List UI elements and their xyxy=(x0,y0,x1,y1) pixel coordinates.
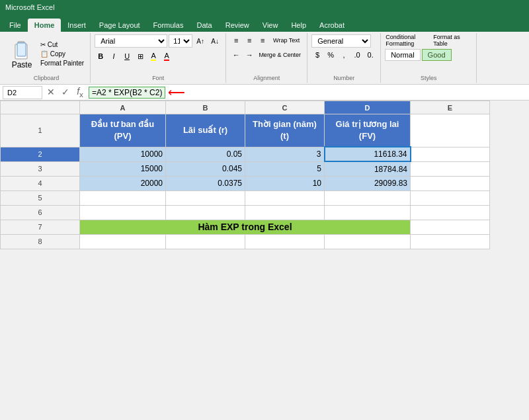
cell-C2[interactable]: 3 xyxy=(245,147,325,161)
tab-review[interactable]: Review xyxy=(219,19,256,32)
wrap-text-button[interactable]: Wrap Text xyxy=(270,34,303,46)
tab-help[interactable]: Help xyxy=(284,19,313,32)
cell-B3[interactable]: 0.045 xyxy=(166,161,245,176)
format-as-table-button[interactable]: Format as Table xyxy=(432,34,472,46)
font-size-select[interactable]: 11 xyxy=(169,34,192,48)
cell-C1[interactable]: Thời gian (năm) (t) xyxy=(245,114,325,147)
cell-D2[interactable]: 11618.34 xyxy=(325,147,411,161)
cell-B4[interactable]: 0.0375 xyxy=(166,176,245,190)
cell-A2[interactable]: 10000 xyxy=(80,147,166,161)
tab-home[interactable]: Home xyxy=(28,19,61,32)
insert-function-icon[interactable]: fx xyxy=(74,86,86,99)
col-header-C[interactable]: C xyxy=(245,101,325,114)
col-header-A[interactable]: A xyxy=(80,101,166,114)
cut-button[interactable]: ✂ Cut xyxy=(38,40,86,49)
cell-D6[interactable] xyxy=(325,205,411,220)
align-left-button[interactable]: ≡ xyxy=(230,34,242,46)
conditional-formatting-button[interactable]: Conditional Formatting xyxy=(385,34,431,46)
cell-A5[interactable] xyxy=(80,190,166,205)
underline-button[interactable]: U xyxy=(121,50,133,62)
cell-B1[interactable]: Lãi suất (r) xyxy=(166,114,245,147)
cell-C6[interactable] xyxy=(245,205,325,220)
cell-A8[interactable] xyxy=(80,234,166,249)
cell-A3[interactable]: 15000 xyxy=(80,161,166,176)
indent-increase-button[interactable]: → xyxy=(243,49,255,61)
comma-button[interactable]: , xyxy=(338,49,350,61)
increase-decimal-button[interactable]: .0 xyxy=(351,49,363,61)
clipboard-content: Paste ✂ Cut 📋 Copy Format Painter xyxy=(7,34,86,73)
merge-center-button[interactable]: Merge & Center xyxy=(257,49,303,61)
cell-E1[interactable] xyxy=(411,114,490,147)
cell-merged-A7-D7[interactable]: Hàm EXP trong Excel xyxy=(80,220,411,234)
paste-button[interactable]: Paste xyxy=(7,37,37,71)
cell-B2[interactable]: 0.05 xyxy=(166,147,245,161)
style-good[interactable]: Good xyxy=(422,49,452,61)
spreadsheet-container[interactable]: A B C D E 1 Đầu tư ban đầu (PV) Lãi suất… xyxy=(0,101,529,419)
cell-E7[interactable] xyxy=(411,220,490,234)
cell-E5[interactable] xyxy=(411,190,490,205)
cell-E8[interactable] xyxy=(411,234,490,249)
col-header-D[interactable]: D xyxy=(325,101,411,114)
tab-data[interactable]: Data xyxy=(190,19,218,32)
cell-E6[interactable] xyxy=(411,205,490,220)
cell-B8[interactable] xyxy=(166,234,245,249)
tab-acrobat[interactable]: Acrobat xyxy=(313,19,351,32)
decrease-decimal-button[interactable]: 0. xyxy=(364,49,376,61)
font-color-button[interactable]: A xyxy=(161,50,173,62)
cell-D8[interactable] xyxy=(325,234,411,249)
cell-B5[interactable] xyxy=(166,190,245,205)
row-header-1: 1 xyxy=(1,114,80,147)
tab-view[interactable]: View xyxy=(256,19,285,32)
decrease-font-button[interactable]: A↓ xyxy=(208,35,222,47)
confirm-formula-icon[interactable]: ✓ xyxy=(60,87,71,97)
copy-button[interactable]: 📋 Copy xyxy=(38,50,86,58)
col-header-B[interactable]: B xyxy=(166,101,245,114)
fill-color-button[interactable]: A xyxy=(147,50,159,62)
indent-decrease-button[interactable]: ← xyxy=(230,49,242,61)
cell-E4[interactable] xyxy=(411,176,490,190)
style-normal[interactable]: Normal xyxy=(385,49,420,61)
tab-insert[interactable]: Insert xyxy=(61,19,93,32)
table-row: 6 xyxy=(1,205,490,220)
styles-group: Conditional Formatting Format as Table N… xyxy=(381,33,477,83)
cell-C4[interactable]: 10 xyxy=(245,176,325,190)
cancel-formula-icon[interactable]: ✕ xyxy=(45,87,57,97)
number-label: Number xyxy=(333,73,354,81)
formula-display[interactable]: =A2 * EXP(B2 * C2) xyxy=(89,87,165,99)
align-row-2: ← → Merge & Center xyxy=(230,49,303,61)
cell-B6[interactable] xyxy=(166,205,245,220)
cell-A1[interactable]: Đầu tư ban đầu (PV) xyxy=(80,114,166,147)
font-content: Arial 11 A↑ A↓ B I U ⊞ A A xyxy=(95,34,222,73)
cell-C8[interactable] xyxy=(245,234,325,249)
align-right-button[interactable]: ≡ xyxy=(257,34,268,46)
cell-C5[interactable] xyxy=(245,190,325,205)
cell-C3[interactable]: 5 xyxy=(245,161,325,176)
border-button[interactable]: ⊞ xyxy=(134,50,146,62)
tab-formulas[interactable]: Formulas xyxy=(147,19,190,32)
bold-button[interactable]: B xyxy=(95,50,106,62)
tab-page-layout[interactable]: Page Layout xyxy=(93,19,147,32)
align-center-button[interactable]: ≡ xyxy=(243,34,255,46)
italic-button[interactable]: I xyxy=(108,50,120,62)
formula-icons: ✕ ✓ fx xyxy=(45,86,86,99)
styles-label: Styles xyxy=(421,73,437,81)
cell-D1[interactable]: Giá trị tương lai (FV) xyxy=(325,114,411,147)
format-painter-button[interactable]: Format Painter xyxy=(38,59,86,67)
cell-D5[interactable] xyxy=(325,190,411,205)
number-format-select[interactable]: General xyxy=(311,34,371,48)
cell-D4[interactable]: 29099.83 xyxy=(325,176,411,190)
percent-button[interactable]: % xyxy=(325,49,337,61)
styles-row-1: Conditional Formatting Format as Table xyxy=(385,34,472,46)
currency-button[interactable]: $ xyxy=(311,49,323,61)
font-name-select[interactable]: Arial xyxy=(95,34,167,48)
title-bar: Microsoft Excel xyxy=(0,0,529,15)
cell-E3[interactable] xyxy=(411,161,490,176)
tab-file[interactable]: File xyxy=(3,19,28,32)
col-header-E[interactable]: E xyxy=(411,101,490,114)
cell-A6[interactable] xyxy=(80,205,166,220)
cell-A4[interactable]: 20000 xyxy=(80,176,166,190)
increase-font-button[interactable]: A↑ xyxy=(194,35,207,47)
cell-E2[interactable] xyxy=(411,147,490,161)
cell-D3[interactable]: 18784.84 xyxy=(325,161,411,176)
cell-reference-box[interactable] xyxy=(3,86,42,99)
